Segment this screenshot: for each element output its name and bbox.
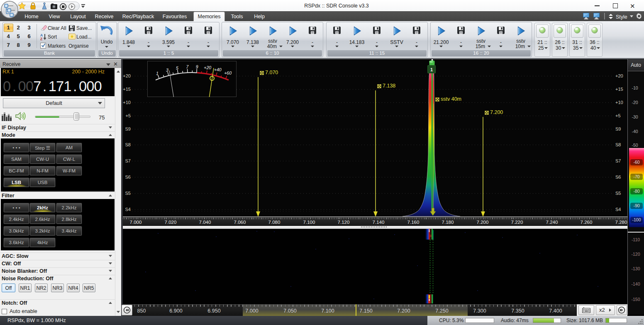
svg-text:Z: Z [40,37,42,41]
svg-text:5: 5 [176,65,178,70]
svg-text:9: 9 [196,64,198,69]
svg-text:3: 3 [166,68,168,73]
svg-text:+60: +60 [224,70,232,75]
svg-text:1: 1 [430,67,433,72]
svg-text:+20: +20 [204,65,211,70]
svg-text:+40: +40 [214,67,222,72]
svg-text:1: 1 [156,71,159,76]
